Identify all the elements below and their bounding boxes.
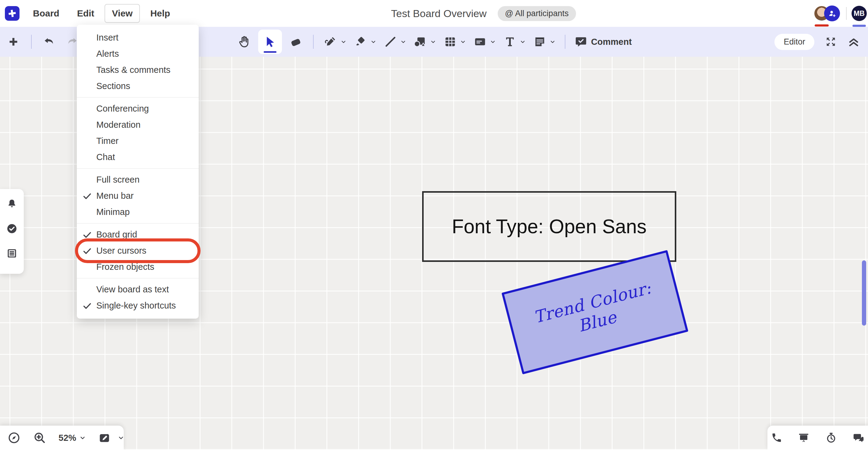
menu-item-minimap[interactable]: Minimap (77, 204, 199, 220)
menu-item-moderation[interactable]: Moderation (77, 117, 199, 133)
board-title[interactable]: Test Board Overview (391, 8, 487, 20)
toolbar-left (5, 27, 80, 57)
toolbar-separator (31, 35, 32, 49)
toolbar-center: Comment (236, 27, 632, 57)
chevron-down-icon[interactable] (550, 39, 556, 45)
note-tool-group (532, 33, 556, 51)
undo-button[interactable] (41, 33, 57, 51)
undo-icon (43, 35, 56, 48)
header-bar: Board Edit View Help Test Board Overview… (0, 0, 868, 27)
menu-item-single-key-shortcuts[interactable]: Single-key shortcuts (77, 298, 199, 314)
menu-item-tasks-comments[interactable]: Tasks & comments (77, 62, 199, 78)
self-avatar-wrap: MB (851, 6, 867, 21)
menu-divider (77, 223, 199, 223)
line-tool-group (382, 33, 406, 51)
text-tool[interactable] (502, 33, 518, 51)
chevron-down-icon[interactable] (340, 39, 346, 45)
select-tool[interactable] (258, 30, 282, 54)
sticky-note-icon (533, 35, 547, 49)
all-participants-badge[interactable]: @ All participants (498, 6, 576, 21)
avatar-divider (846, 7, 847, 20)
canvas-text-box[interactable]: Font Type: Open Sans (422, 191, 676, 262)
menu-view[interactable]: View (104, 4, 140, 23)
shapes-icon (413, 35, 427, 49)
navigate-compass-icon[interactable] (7, 431, 21, 445)
menu-item-menu-bar[interactable]: Menu bar (77, 188, 199, 204)
comment-icon (575, 35, 587, 48)
check-icon (82, 191, 96, 201)
fullscreen-icon[interactable] (825, 36, 837, 48)
selected-tool-indicator (264, 51, 276, 53)
zoom-level-control[interactable]: 52% (59, 433, 86, 443)
menu-help[interactable]: Help (143, 4, 177, 23)
comment-label: Comment (591, 37, 632, 47)
add-user-button[interactable] (824, 5, 840, 21)
chevron-down-icon[interactable] (430, 39, 436, 45)
shapes-tool[interactable] (412, 33, 428, 51)
bottom-right-controls (768, 426, 868, 450)
comment-tool[interactable]: Comment (575, 35, 632, 48)
hand-tool[interactable] (236, 33, 252, 51)
present-screen-icon[interactable] (798, 432, 810, 444)
notifications-bell-icon[interactable] (6, 198, 18, 210)
text-icon (503, 35, 517, 49)
chat-bubbles-icon[interactable] (852, 432, 865, 444)
menu-divider (77, 278, 199, 278)
sticky-note-tool[interactable] (532, 33, 548, 51)
menu-item-timer[interactable]: Timer (77, 133, 199, 149)
chevron-down-icon[interactable] (118, 434, 124, 441)
zoom-level-value: 52% (59, 433, 76, 443)
canvas-sticky-note[interactable]: Trend Colour: Blue (501, 250, 688, 374)
highlighter-tool[interactable] (352, 33, 369, 51)
left-side-panel (0, 189, 24, 274)
chevron-down-icon[interactable] (490, 39, 496, 45)
drawing-mode-button[interactable] (98, 431, 112, 445)
shapes-tool-group (412, 33, 436, 51)
eraser-tool[interactable] (288, 33, 304, 51)
chevron-down-icon[interactable] (520, 39, 526, 45)
menu-item-view-board-as-text[interactable]: View board as text (77, 281, 199, 298)
card-tool-group (472, 33, 496, 51)
menu-board[interactable]: Board (26, 4, 67, 23)
collapse-toolbar-icon[interactable] (847, 35, 860, 48)
menu-item-alerts[interactable]: Alerts (77, 46, 199, 62)
menu-item-conferencing[interactable]: Conferencing (77, 100, 199, 117)
menu-item-frozen-objects[interactable]: Frozen objects (77, 259, 199, 275)
zoom-in-icon[interactable] (33, 431, 46, 445)
menu-item-board-grid[interactable]: Board grid (77, 227, 199, 243)
check-icon (82, 301, 96, 311)
menu-item-insert[interactable]: Insert (77, 30, 199, 46)
menu-item-chat[interactable]: Chat (77, 149, 199, 165)
eraser-icon (289, 35, 303, 49)
list-panel-icon[interactable] (6, 247, 18, 259)
participant-presence-bar (815, 24, 829, 27)
self-avatar-initials: MB (854, 9, 865, 18)
menu-item-user-cursors[interactable]: User cursors (77, 243, 199, 259)
editor-role-button[interactable]: Editor (774, 34, 814, 50)
highlighter-icon (354, 35, 367, 49)
chevron-down-icon[interactable] (400, 39, 406, 45)
menu-item-sections[interactable]: Sections (77, 78, 199, 94)
check-icon (82, 246, 96, 256)
card-tool[interactable] (472, 33, 488, 51)
timer-stopwatch-icon[interactable] (825, 432, 837, 444)
self-presence-bar (852, 25, 866, 27)
pen-tool-group (323, 33, 346, 51)
table-tool[interactable] (442, 33, 458, 51)
app-logo[interactable] (5, 6, 20, 21)
menu-item-full-screen[interactable]: Full screen (77, 172, 199, 188)
vertical-scrollbar-thumb[interactable] (862, 260, 866, 326)
title-group: Test Board Overview @ All participants (391, 0, 576, 27)
pen-tool[interactable] (323, 33, 339, 51)
self-avatar[interactable]: MB (851, 6, 867, 21)
call-phone-icon[interactable] (771, 432, 782, 444)
pen-icon (324, 35, 337, 49)
logo-plus-icon (7, 8, 18, 19)
add-item-button[interactable] (5, 33, 21, 51)
chevron-down-icon[interactable] (370, 39, 376, 45)
check-circle-icon[interactable] (6, 222, 18, 235)
chevron-down-icon[interactable] (460, 39, 466, 45)
line-tool[interactable] (382, 33, 398, 51)
line-icon (384, 35, 397, 49)
menu-edit[interactable]: Edit (70, 4, 102, 23)
